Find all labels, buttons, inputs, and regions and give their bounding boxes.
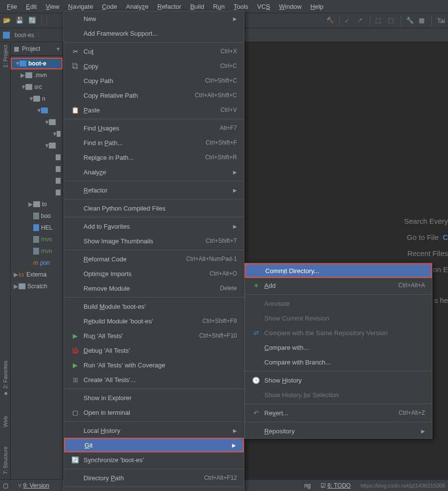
menu-tools[interactable]: Tools (230, 1, 252, 12)
tree-folder[interactable]: ▼ (11, 116, 63, 128)
tree-folder[interactable] (11, 175, 63, 187)
dropdown-icon[interactable]: ▾ (57, 45, 60, 52)
menu-new[interactable]: New▶ (64, 11, 244, 26)
menu-refactor[interactable]: Refactor (153, 1, 185, 12)
menu-git[interactable]: Git▶ (64, 438, 244, 452)
menu-copy-relative-path[interactable]: Copy Relative PathCtrl+Alt+Shift+C (64, 88, 244, 103)
submenu-compare-with[interactable]: Compare with... (245, 340, 432, 355)
menu-add-framework[interactable]: Add Framework Support... (64, 26, 244, 41)
menu-separator (64, 469, 244, 469)
statusbar-square-icon[interactable]: ▢ (3, 482, 8, 489)
menu-clean-python[interactable]: Clean Python Compiled Files (64, 201, 244, 215)
menu-find-in-path[interactable]: Find in Path...Ctrl+Shift+F (64, 135, 244, 150)
menu-local-history[interactable]: Local History▶ (64, 423, 244, 438)
git-submenu[interactable]: Commit Directory... ＋AddCtrl+Alt+A Annot… (244, 263, 432, 439)
submenu-add[interactable]: ＋AddCtrl+Alt+A (245, 278, 432, 293)
menu-thumbnails[interactable]: Show Image ThumbnailsCtrl+Shift+T (64, 234, 244, 248)
menu-remove-module[interactable]: Remove ModuleDelete (64, 281, 244, 296)
menu-build-module[interactable]: Build Module 'boot-es' (64, 299, 244, 314)
menu-cut[interactable]: ✂CutCtrl+X (64, 44, 244, 59)
project-tree[interactable]: ▼boot-e ▶.mvn ▼src ▼n ▼ ▼ ▼ ▼ ▶to boo HE… (11, 56, 63, 294)
tree-folder[interactable]: ▶.mvn (11, 69, 63, 81)
submenu-repository[interactable]: Repository▶ (245, 424, 432, 438)
menu-paste[interactable]: 📋PasteCtrl+V (64, 103, 244, 117)
menu-replace-in-path[interactable]: Replace in Path...Ctrl+Shift+R (64, 150, 244, 165)
save-icon[interactable]: 💾 (16, 17, 23, 24)
tree-file[interactable]: HEL (11, 222, 63, 234)
status-version[interactable]: ⑂ 9: Version (18, 482, 49, 489)
menu-help[interactable]: Help (306, 1, 327, 12)
menu-open-terminal[interactable]: ▢Open in terminal (64, 405, 244, 420)
menu-add-favorites[interactable]: Add to Favorites▶ (64, 219, 244, 234)
vcs-update-icon[interactable]: ↙ (344, 17, 352, 24)
status-running[interactable]: ng (304, 482, 311, 489)
tree-file[interactable]: mvn (11, 234, 63, 245)
vcs-commit-icon[interactable]: ↗ (357, 17, 365, 24)
menu-show-explorer[interactable]: Show in Explorer (64, 390, 244, 405)
tree-file[interactable]: mpon (11, 257, 63, 269)
create-icon: ⊞ (71, 376, 80, 384)
menu-navigate[interactable]: Navigate (64, 1, 97, 12)
tree-root[interactable]: ▼boot-e (11, 58, 63, 69)
menu-file[interactable]: File (3, 1, 21, 12)
tree-folder[interactable] (11, 163, 63, 175)
menu-create-tests[interactable]: ⊞Create 'All Tests'... (64, 372, 244, 387)
rail-web[interactable]: Web (2, 416, 8, 427)
menu-copy-path[interactable]: Copy PathCtrl+Shift+C (64, 73, 244, 88)
status-todo[interactable]: ☑ 6: TODO (320, 482, 351, 489)
menu-synchronize[interactable]: 🔄Synchronize 'boot-es' (64, 452, 244, 467)
toolbar-text[interactable]: Tai (437, 17, 445, 24)
tree-folder[interactable]: ▼n (11, 93, 63, 105)
menu-run[interactable]: Run (209, 1, 229, 12)
tree-external[interactable]: ▶⫾⫾Externa (11, 269, 63, 280)
context-menu[interactable]: New▶ Add Framework Support... ✂CutCtrl+X… (64, 11, 244, 491)
rail-structure[interactable]: 7: Structure (2, 447, 8, 474)
tree-file[interactable]: mvn (11, 245, 63, 257)
menu-rebuild-module[interactable]: Rebuild Module 'boot-es'Ctrl+Shift+F9 (64, 314, 244, 328)
project-panel-header[interactable]: ▦ Project ▾ (11, 42, 63, 56)
menu-directory-path[interactable]: Directory PathCtrl+Alt+F12 (64, 470, 244, 485)
menu-compare-with[interactable]: ⇄Compare With...Ctrl+D (64, 489, 244, 491)
menu-run-all-tests[interactable]: ▶Run 'All Tests'Ctrl+Shift+F10 (64, 328, 244, 343)
submenu-commit-directory[interactable]: Commit Directory... (245, 263, 432, 278)
tree-folder[interactable] (11, 187, 63, 198)
menu-reformat[interactable]: Reformat CodeCtrl+Alt+NumPad-1 (64, 252, 244, 266)
breadcrumb-root[interactable]: boot-es (15, 32, 34, 39)
settings-icon[interactable]: 🔧 (406, 17, 414, 24)
structure-icon[interactable]: ▦ (419, 17, 427, 24)
menu-edit[interactable]: Edit (22, 1, 41, 12)
submenu-revert[interactable]: ↶Revert...Ctrl+Alt+Z (245, 406, 432, 420)
menu-view[interactable]: View (42, 1, 63, 12)
menu-window[interactable]: Window (275, 1, 305, 12)
menu-separator (64, 199, 244, 199)
tree-scratches[interactable]: ▶Scratch (11, 280, 63, 292)
menu-vcs[interactable]: VCS (253, 1, 274, 12)
tree-folder[interactable] (11, 151, 63, 163)
rail-project[interactable]: 1: Project (2, 45, 8, 67)
menu-code[interactable]: Code (98, 1, 121, 12)
tree-file[interactable]: boo (11, 210, 63, 222)
toolbar-sep (431, 16, 432, 25)
menu-build[interactable]: Build (186, 1, 208, 12)
menu-refactor[interactable]: Refactor▶ (64, 183, 244, 197)
tool-icon[interactable]: ⬚ (388, 17, 396, 24)
open-icon[interactable]: 📂 (3, 17, 11, 24)
tree-folder[interactable]: ▼ (11, 128, 63, 140)
menu-find-usages[interactable]: Find UsagesAlt+F7 (64, 121, 244, 135)
sync-icon[interactable]: 🔄 (28, 17, 36, 24)
menu-copy[interactable]: ⿻CopyCtrl+C (64, 59, 244, 73)
menu-analyze[interactable]: Analyze (122, 1, 152, 12)
tree-folder[interactable]: ▼ (11, 140, 63, 151)
build-icon[interactable]: 🔨 (326, 17, 334, 24)
tool-icon[interactable]: ⬚ (375, 17, 383, 24)
tree-folder[interactable]: ▼ (11, 105, 63, 116)
submenu-compare-branch[interactable]: Compare with Branch... (245, 355, 432, 369)
tree-folder[interactable]: ▶to (11, 198, 63, 210)
menu-analyze[interactable]: Analyze▶ (64, 165, 244, 179)
tree-folder[interactable]: ▼src (11, 81, 63, 93)
rail-favorites[interactable]: ★ 2: Favorites (2, 361, 8, 397)
submenu-show-history[interactable]: 🕓Show History (245, 373, 432, 387)
menu-optimize-imports[interactable]: Optimize ImportsCtrl+Alt+O (64, 266, 244, 281)
menu-coverage[interactable]: ▶Run 'All Tests' with Coverage (64, 358, 244, 372)
menu-debug-all-tests[interactable]: 🐞Debug 'All Tests' (64, 343, 244, 358)
